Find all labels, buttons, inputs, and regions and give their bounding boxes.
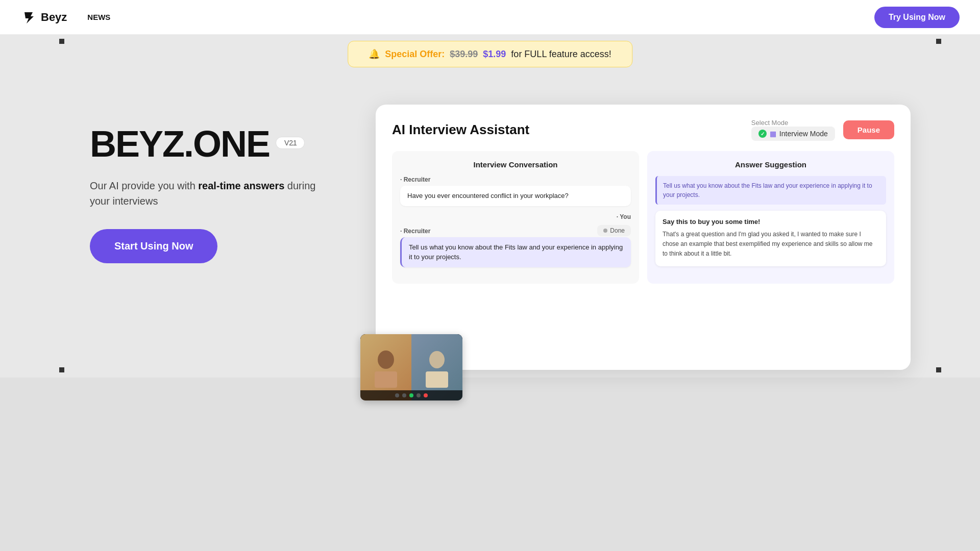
banner-rest-text: for FULL feature access! [511, 49, 611, 60]
answer-say-this-box: Say this to buy you some time! That's a … [655, 211, 886, 266]
corner-marker-tl [59, 39, 64, 44]
select-mode-container: Select Mode ▦ Interview Mode [751, 119, 835, 141]
special-offer-banner: 🔔 Special Offer: $39.99 $1.99 for FULL f… [348, 41, 632, 67]
ai-card-body: Interview Conversation · Recruiter Have … [392, 151, 894, 284]
select-mode-label: Select Mode [751, 119, 835, 127]
mode-badge: ▦ Interview Mode [751, 127, 835, 141]
interview-col-header: Interview Conversation [400, 160, 631, 169]
hero-subtitle: Our AI provide you with real-time answer… [90, 178, 335, 209]
svg-rect-3 [426, 371, 448, 388]
done-badge: Done [597, 225, 631, 236]
pause-button[interactable]: Pause [843, 120, 894, 139]
svg-point-0 [378, 350, 394, 369]
done-label: Done [610, 227, 625, 234]
logo: Beyz [20, 9, 67, 26]
version-badge: v 2.1 [276, 137, 305, 149]
done-dot-icon [603, 229, 607, 233]
person-silhouette-right [422, 347, 452, 388]
subtitle-plain: Our AI provide you with [90, 180, 198, 191]
you-label: · You [400, 213, 631, 220]
answer-col-header: Answer Suggestion [655, 160, 886, 169]
ai-card-title: AI Interview Assistant [392, 122, 529, 138]
video-end-call-dot [424, 393, 428, 397]
mode-active-indicator [758, 130, 767, 138]
try-using-now-button[interactable]: Try Using Now [874, 7, 960, 28]
ai-card-controls: Select Mode ▦ Interview Mode Pause [751, 119, 894, 141]
chat-item: · Recruiter Have you ever encountered co… [400, 176, 631, 206]
answer-suggestion-column: Answer Suggestion Tell us what you know … [647, 151, 894, 284]
nav-link-news[interactable]: NEWS [87, 13, 110, 21]
special-label: Special Offer: [385, 49, 445, 60]
navbar: Beyz NEWS Try Using Now [0, 0, 980, 35]
hero-section: BEYZ.ONEv 2.1 Our AI provide you with re… [90, 105, 335, 263]
hero-title: BEYZ.ONEv 2.1 [90, 125, 335, 164]
chat-item-you: · You Done [400, 213, 631, 220]
mode-label: Interview Mode [779, 130, 828, 138]
person-silhouette-left [371, 347, 401, 388]
old-price: $39.99 [450, 49, 478, 60]
interview-conversation-column: Interview Conversation · Recruiter Have … [392, 151, 639, 284]
nav-links: NEWS [87, 13, 110, 21]
video-call-overlay [360, 334, 462, 400]
video-control-dot-4 [416, 393, 421, 397]
new-price: $1.99 [483, 49, 506, 60]
ai-assistant-section: AI Interview Assistant Select Mode ▦ Int… [376, 105, 911, 370]
recruiter-label-1: · Recruiter [400, 176, 631, 183]
start-using-now-button[interactable]: Start Using Now [90, 229, 217, 263]
main-content: BEYZ.ONEv 2.1 Our AI provide you with re… [59, 74, 941, 372]
answer-question-ref: Tell us what you know about the Fits law… [655, 176, 886, 205]
svg-rect-1 [375, 371, 397, 388]
subtitle-bold: real-time answers [198, 180, 284, 191]
recruiter-label-2: · Recruiter [400, 228, 631, 235]
recruiter-bubble-1: Have you ever encountered conflict in yo… [400, 186, 631, 206]
corner-marker-tr [936, 39, 941, 44]
beyz-logo-icon [20, 9, 37, 26]
mode-icon: ▦ [770, 130, 776, 138]
video-control-dot-1 [395, 393, 399, 397]
ai-card: AI Interview Assistant Select Mode ▦ Int… [376, 105, 911, 370]
say-this-label: Say this to buy you some time! [663, 218, 879, 226]
recruiter-bubble-2: Tell us what you know about the Fits law… [400, 237, 631, 267]
video-controls-bar [360, 390, 462, 400]
chat-item-recruiter-2: · Recruiter Tell us what you know about … [400, 228, 631, 267]
logo-text: Beyz [41, 11, 67, 24]
ai-card-header: AI Interview Assistant Select Mode ▦ Int… [392, 119, 894, 141]
say-this-text: That's a great question and I'm glad you… [663, 230, 879, 259]
video-control-dot-2 [402, 393, 406, 397]
footer-area [0, 378, 980, 551]
svg-point-2 [429, 351, 445, 368]
bell-icon: 🔔 [369, 48, 380, 60]
video-control-dot-3 [409, 393, 413, 397]
